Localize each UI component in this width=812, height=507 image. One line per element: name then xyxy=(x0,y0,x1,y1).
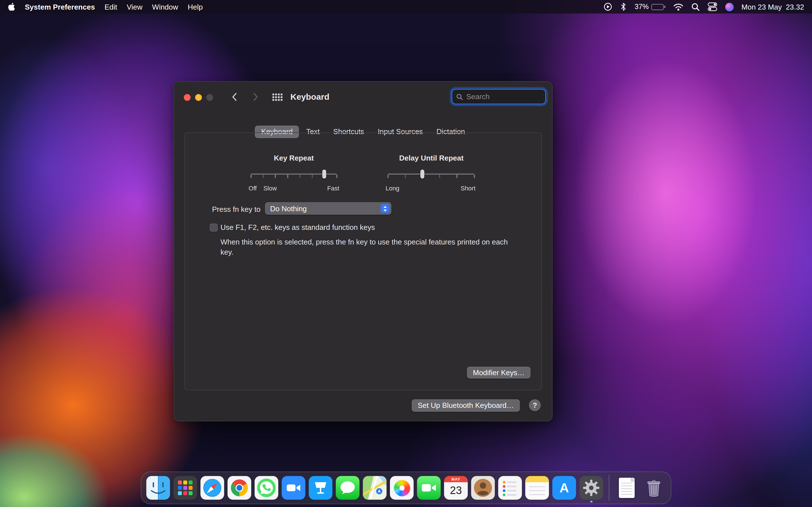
key-repeat-fast-label: Fast xyxy=(327,185,340,191)
calendar-day: 23 xyxy=(444,482,468,499)
modifier-keys-button[interactable]: Modifier Keys… xyxy=(467,367,530,379)
zoom-icon xyxy=(282,476,305,500)
dock-item-maps[interactable] xyxy=(363,476,387,500)
help-button[interactable]: ? xyxy=(529,399,541,411)
menu-help[interactable]: Help xyxy=(188,3,203,11)
key-repeat-title: Key Repeat xyxy=(274,154,314,162)
reminders-icon xyxy=(498,476,522,500)
key-repeat-off-label: Off xyxy=(249,185,257,191)
show-all-grid-icon[interactable] xyxy=(272,93,283,103)
forward-button[interactable] xyxy=(252,93,259,101)
running-indicator xyxy=(591,501,592,503)
battery-percent: 37% xyxy=(635,3,649,11)
dock-item-launchpad[interactable] xyxy=(173,476,197,500)
key-repeat-slider-thumb[interactable] xyxy=(322,170,326,179)
search-field[interactable] xyxy=(452,89,546,104)
popup-stepper-icon xyxy=(380,204,390,213)
dock-item-notes[interactable] xyxy=(525,476,549,500)
chevron-right-icon xyxy=(253,93,258,101)
dock-item-facetime[interactable] xyxy=(417,476,441,500)
dock-item-zoom[interactable] xyxy=(282,476,305,500)
system-preferences-window: Keyboard Keyboard Text Shortcuts Input S… xyxy=(174,81,553,421)
zoom-button[interactable] xyxy=(206,94,213,101)
apple-menu[interactable] xyxy=(8,2,15,11)
dock-item-safari[interactable] xyxy=(200,476,224,500)
desktop: System Preferences Edit View Window Help… xyxy=(0,0,812,507)
control-center-icon[interactable] xyxy=(708,2,717,11)
dock-item-keynote[interactable] xyxy=(309,476,333,500)
key-repeat-slow-label: Slow xyxy=(263,185,277,191)
minimize-button[interactable] xyxy=(195,94,202,101)
bluetooth-icon[interactable] xyxy=(620,2,627,11)
photos-icon xyxy=(394,480,410,496)
window-title: Keyboard xyxy=(290,82,329,111)
svg-text:A: A xyxy=(559,481,569,495)
fn-key-popup-value: Do Nothing xyxy=(270,204,307,213)
launchpad-icon xyxy=(173,476,197,500)
key-repeat-slider[interactable] xyxy=(251,169,337,179)
system-preferences-gear-icon xyxy=(579,476,603,500)
finder-icon xyxy=(146,476,170,500)
back-button[interactable] xyxy=(230,93,238,101)
setup-bluetooth-keyboard-button[interactable]: Set Up Bluetooth Keyboard… xyxy=(412,399,520,412)
close-button[interactable] xyxy=(184,94,191,101)
spotlight-search-icon[interactable] xyxy=(691,3,700,11)
keyboard-pane: Key Repeat Delay Until Repeat Off Slow F… xyxy=(185,132,542,390)
delay-until-repeat-slider[interactable] xyxy=(388,169,474,179)
menu-edit[interactable]: Edit xyxy=(105,3,117,11)
fn-key-popup[interactable]: Do Nothing xyxy=(265,202,391,215)
dock-item-messages[interactable] xyxy=(336,476,359,500)
delay-short-label: Short xyxy=(461,185,476,191)
search-icon xyxy=(456,93,463,100)
notes-icon xyxy=(525,476,549,500)
battery-indicator[interactable]: 37% xyxy=(635,3,665,11)
dock-item-contacts[interactable] xyxy=(471,476,495,500)
dock-item-finder[interactable] xyxy=(146,476,170,500)
function-keys-description: When this option is selected, press the … xyxy=(220,237,509,257)
chevron-left-icon xyxy=(232,93,237,101)
battery-icon xyxy=(652,4,665,10)
dock-item-document[interactable] xyxy=(615,476,639,500)
calendar-month: MAY xyxy=(444,476,468,482)
menu-view[interactable]: View xyxy=(126,3,142,11)
search-input[interactable] xyxy=(465,92,541,101)
dock-item-trash[interactable] xyxy=(642,476,666,500)
dock: MAY 23 A xyxy=(141,471,671,504)
facetime-icon xyxy=(417,476,441,500)
dock-item-system-preferences[interactable] xyxy=(579,476,603,500)
apple-logo-icon xyxy=(8,2,15,11)
function-keys-checkbox[interactable] xyxy=(210,224,218,231)
contacts-icon xyxy=(471,476,495,500)
menu-clock[interactable]: Mon 23 May 23.32 xyxy=(742,3,804,11)
menu-window[interactable]: Window xyxy=(152,3,178,11)
menu-bar-left: System Preferences Edit View Window Help xyxy=(8,2,203,11)
menu-bar-status: 37% Mon 23 May 23.32 xyxy=(604,2,804,11)
dock-item-reminders[interactable] xyxy=(498,476,522,500)
delay-long-label: Long xyxy=(386,185,400,191)
maps-icon xyxy=(363,476,387,500)
siri-icon[interactable] xyxy=(725,3,733,11)
wifi-icon[interactable] xyxy=(673,3,683,10)
chrome-icon xyxy=(227,476,251,500)
dock-item-app-store[interactable]: A xyxy=(552,476,576,500)
app-menu-title[interactable]: System Preferences xyxy=(25,3,95,11)
menu-date: Mon 23 May xyxy=(742,3,782,11)
safari-icon xyxy=(200,476,224,500)
whatsapp-icon xyxy=(255,476,278,500)
keynote-icon xyxy=(309,476,333,500)
now-playing-icon[interactable] xyxy=(604,2,613,11)
dock-item-whatsapp[interactable] xyxy=(255,476,278,500)
menu-time: 23.32 xyxy=(786,3,804,11)
app-store-icon: A xyxy=(552,476,576,500)
document-icon xyxy=(619,478,635,498)
fn-key-label: Press fn key to xyxy=(185,205,260,214)
window-titlebar[interactable]: Keyboard xyxy=(174,82,552,111)
slider-track xyxy=(388,173,474,175)
delay-until-repeat-title: Delay Until Repeat xyxy=(399,154,463,162)
dock-divider xyxy=(609,475,609,501)
dock-item-photos[interactable] xyxy=(390,476,414,500)
dock-item-chrome[interactable] xyxy=(227,476,251,500)
messages-icon xyxy=(336,476,359,500)
delay-slider-thumb[interactable] xyxy=(420,170,424,179)
dock-item-calendar[interactable]: MAY 23 xyxy=(444,476,468,500)
